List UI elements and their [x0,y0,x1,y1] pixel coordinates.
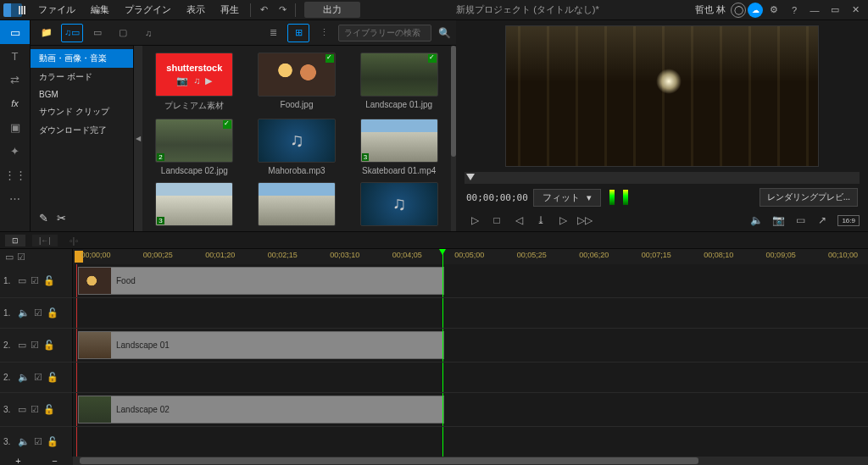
track-visible-icon[interactable]: ☑ [34,307,42,318]
menu-file[interactable]: ファイル [31,0,83,19]
cat-soundclip[interactable]: サウンド クリップ [31,102,133,121]
library-thumb[interactable]: 3 [149,182,240,230]
filter-all-button[interactable]: ♫▭ [61,24,83,42]
track-body[interactable]: Food [73,264,868,297]
track-visible-icon[interactable]: ☑ [31,275,39,286]
track-check-icon[interactable]: ☑ [17,252,25,263]
menu-view[interactable]: 表示 [179,0,213,19]
track-type-icon[interactable]: ▭ [18,404,26,415]
camera-icon[interactable]: 📷 [768,211,788,230]
seek-marker-icon[interactable] [466,174,475,180]
view-list-button[interactable]: ≣ [262,24,284,42]
library-search[interactable] [338,25,431,42]
stop-button[interactable]: □ [487,211,507,230]
view-grid-button[interactable]: ⊞ [287,24,309,42]
fast-forward-button[interactable]: ▷▷ [575,211,595,230]
playhead[interactable] [442,249,443,264]
track-lock-icon[interactable]: 🔓 [47,436,58,447]
aspect-ratio-label[interactable]: 16:9 [837,215,860,226]
cloud-icon[interactable]: ☁ [748,3,763,18]
timeline-ruler[interactable]: 00;00;0000;00;2500;01;2000;02;1500;03;10… [73,249,868,264]
track-type-icon[interactable]: 🔈 [18,372,30,383]
track-display-icon[interactable]: ▭ [5,252,14,263]
display-options-icon[interactable]: ▭ [790,211,810,230]
view-menu-button[interactable]: ⋮ [313,24,335,42]
remove-track-button[interactable]: − [52,456,57,465]
redo-button[interactable]: ↷ [273,2,292,19]
track-body[interactable] [73,427,868,457]
track-body[interactable] [73,363,868,392]
menu-edit[interactable]: 編集 [83,0,117,19]
zoom-fit-dropdown[interactable]: フィット▾ [533,189,601,207]
export-button[interactable]: 出力 [304,2,360,18]
help-icon[interactable]: ? [785,2,804,19]
cat-bgm[interactable]: BGM [31,86,133,102]
settings-icon[interactable]: ⚙ [765,2,783,19]
timeline-h-scrollbar[interactable] [73,457,868,465]
timeline-mode-movie[interactable]: ⊡ [5,235,25,246]
timeline-mode-slideshow[interactable]: |←| [32,235,58,246]
pip-room-button[interactable]: ▣ [0,115,30,139]
track-type-icon[interactable]: ▭ [18,275,26,286]
track-lock-icon[interactable]: 🔓 [43,404,55,415]
timeline-clip[interactable]: Landscape 01 [78,331,444,359]
preview-seekbar[interactable] [465,172,860,184]
timeline-clip[interactable]: Landscape 02 [78,396,444,423]
search-icon[interactable]: 🔍 [438,27,451,39]
library-thumb[interactable]: 2Landscape 02.jpg [149,119,240,175]
track-body[interactable]: Landscape 02 [73,393,868,426]
filter-image-button[interactable]: ▢ [112,24,134,42]
effect-room-button[interactable]: fx [0,91,30,115]
popout-icon[interactable]: ↗ [812,211,832,230]
marker-tool-icon[interactable]: ◦|◦ [70,235,79,246]
library-thumb[interactable] [353,182,444,230]
collapse-categories-button[interactable]: ◀ [134,46,142,231]
next-frame-button[interactable]: ▷ [553,211,573,230]
track-type-icon[interactable]: 🔈 [18,436,30,447]
maximize-button[interactable]: ▭ [826,2,844,19]
track-type-icon[interactable]: 🔈 [18,307,30,318]
track-lock-icon[interactable]: 🔓 [47,372,58,383]
track-lock-icon[interactable]: 🔓 [43,340,55,351]
audio-mix-button[interactable]: ⋮⋮ [0,163,30,186]
library-thumb[interactable]: Mahoroba.mp3 [252,119,342,175]
track-lock-icon[interactable]: 🔓 [43,275,55,286]
cat-downloaded[interactable]: ダウンロード完了 [31,121,133,140]
library-thumb[interactable]: 3Skateboard 01.mp4 [353,119,444,175]
library-thumb[interactable]: shutterstock📷♫▶プレミアム素材 [149,53,240,112]
tag-add-icon[interactable]: ✎ [39,212,48,224]
tag-del-icon[interactable]: ✂ [57,212,66,224]
import-media-button[interactable]: 📁 [36,24,58,42]
render-preview-button[interactable]: レンダリングプレビ... [760,188,858,207]
filter-audio-button[interactable]: ♫ [137,24,159,42]
track-type-icon[interactable]: ▭ [18,340,26,351]
particle-room-button[interactable]: ✦ [0,139,30,163]
user-icon[interactable]: ◯ [731,3,746,18]
library-thumb[interactable]: Food.jpg [252,53,342,112]
search-input[interactable] [344,28,426,37]
minimize-button[interactable]: — [805,2,824,19]
prev-frame-button[interactable]: ◁ [509,211,529,230]
library-thumb[interactable]: Landscape 01.jpg [353,53,444,112]
title-room-button[interactable]: T [0,44,30,68]
play-button[interactable]: ▷ [465,211,485,230]
timeline-clip[interactable]: Food [78,267,444,295]
volume-icon[interactable]: 🔈 [746,211,766,230]
menu-play[interactable]: 再生 [213,0,247,19]
menu-plugin[interactable]: プラグイン [117,0,179,19]
track-visible-icon[interactable]: ☑ [34,372,42,383]
preview-video[interactable] [505,25,819,167]
filter-video-button[interactable]: ▭ [86,24,108,42]
track-body[interactable] [73,298,868,328]
add-track-button[interactable]: + [15,456,20,465]
track-body[interactable]: Landscape 01 [73,329,868,362]
cat-colorboard[interactable]: カラー ボード [31,68,133,86]
close-button[interactable]: ✕ [846,2,865,19]
transition-room-button[interactable]: ⇄ [0,68,30,91]
track-visible-icon[interactable]: ☑ [34,436,42,447]
more-rooms-button[interactable]: ⋯ [0,186,30,210]
track-lock-icon[interactable]: 🔓 [47,307,58,318]
library-thumb[interactable] [252,182,342,230]
track-visible-icon[interactable]: ☑ [31,340,39,351]
undo-button[interactable]: ↶ [254,2,273,19]
